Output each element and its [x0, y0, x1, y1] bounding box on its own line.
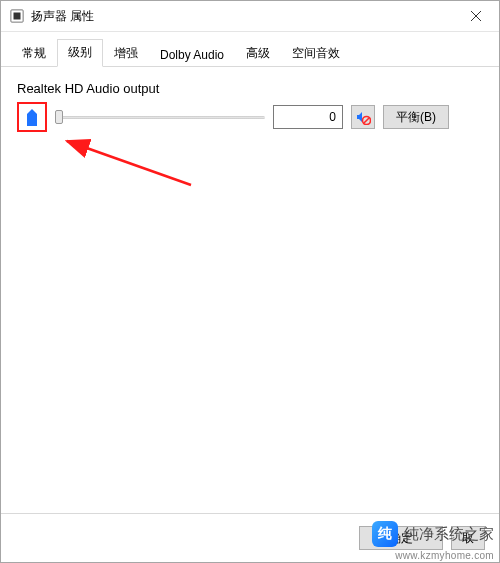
- svg-line-6: [67, 141, 191, 185]
- mute-button[interactable]: [351, 105, 375, 129]
- close-icon: [471, 11, 481, 21]
- volume-value-input[interactable]: [273, 105, 343, 129]
- tab-dolby-audio[interactable]: Dolby Audio: [149, 43, 235, 67]
- device-icon-highlighted: [17, 102, 47, 132]
- speaker-app-icon: [9, 8, 25, 24]
- window-title: 扬声器 属性: [31, 8, 453, 25]
- cancel-button[interactable]: 取: [451, 526, 485, 550]
- device-name-label: Realtek HD Audio output: [17, 81, 483, 96]
- ok-button[interactable]: 确定: [359, 526, 443, 550]
- close-button[interactable]: [453, 1, 499, 31]
- properties-dialog: 扬声器 属性 常规 级别 增强 Dolby Audio 高级 空间音效 Real…: [0, 0, 500, 563]
- svg-line-5: [364, 118, 370, 124]
- volume-row: 平衡(B): [17, 102, 483, 132]
- balance-button[interactable]: 平衡(B): [383, 105, 449, 129]
- levels-panel: Realtek HD Audio output 平衡(B): [1, 67, 499, 513]
- tab-enhancements[interactable]: 增强: [103, 40, 149, 67]
- svg-rect-1: [14, 13, 21, 20]
- dialog-button-bar: 确定 取: [1, 513, 499, 562]
- tab-strip: 常规 级别 增强 Dolby Audio 高级 空间音效: [1, 32, 499, 67]
- titlebar: 扬声器 属性: [1, 1, 499, 32]
- speaker-muted-icon: [355, 109, 371, 125]
- volume-slider[interactable]: [55, 108, 265, 126]
- tab-advanced[interactable]: 高级: [235, 40, 281, 67]
- annotation-arrow: [61, 137, 201, 197]
- slider-rail: [55, 116, 265, 119]
- tab-spatial-sound[interactable]: 空间音效: [281, 40, 351, 67]
- speaker-icon: [24, 108, 40, 126]
- slider-thumb[interactable]: [55, 110, 63, 124]
- tab-levels[interactable]: 级别: [57, 39, 103, 67]
- tab-general[interactable]: 常规: [11, 40, 57, 67]
